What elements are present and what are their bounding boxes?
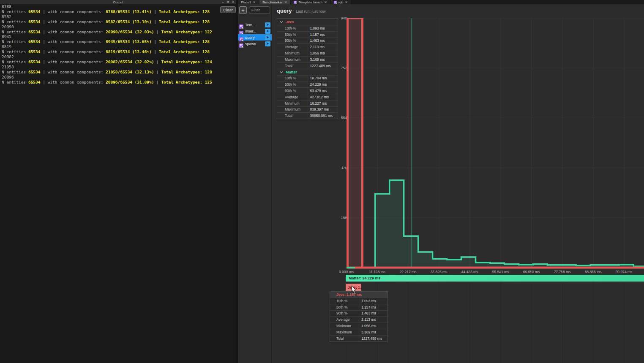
benchmark-list: Tem... inser... query spawn: [238, 22, 272, 47]
stat-row: Minimum1.056 ms: [277, 50, 338, 56]
benchmark-last-run: Last run: just now: [296, 9, 326, 14]
benchmark-item-label: query: [245, 35, 255, 40]
stat-row: 90th %1.463 ms: [330, 310, 387, 317]
close-icon[interactable]: ✕: [232, 0, 235, 4]
y-tick-label: 376: [333, 166, 347, 170]
tab-benchmarker[interactable]: Benchmarker✕: [259, 0, 290, 4]
y-tick-label: 752: [333, 66, 347, 70]
play-icon: [266, 23, 269, 26]
console-line: N entities 65534 | with common component…: [2, 70, 235, 75]
y-tick-label: 564: [333, 116, 347, 120]
script-icon: [239, 43, 243, 48]
histogram-plot[interactable]: [347, 18, 644, 363]
stat-row: 10th %1.093 ms: [277, 25, 338, 31]
add-benchmark-button[interactable]: +: [239, 6, 247, 14]
benchmark-list-panel: + Tem... inser... query spawn: [238, 4, 272, 363]
benchmark-title: query: [277, 8, 292, 14]
console-line-id: 20990: [2, 24, 235, 30]
stats-table: Jecs10th %1.093 ms50th %1.157 ms90th %1.…: [277, 18, 338, 119]
chevron-down-icon[interactable]: [280, 71, 283, 73]
script-icon: [294, 1, 297, 4]
console-line: N entities 65534 | with common component…: [2, 9, 235, 14]
stat-row: Total39950.091 ms: [277, 112, 338, 119]
y-tick-label: 188: [333, 216, 347, 220]
benchmark-item-label: inser...: [245, 29, 257, 33]
benchmark-item-query[interactable]: query: [238, 34, 272, 41]
stat-row: Total1227.489 ms: [277, 62, 338, 69]
stat-row: 90th %63.479 ms: [277, 87, 338, 94]
play-icon: [266, 36, 269, 39]
stat-row: Maximum839.397 ms: [277, 106, 338, 113]
output-panel: Output ⌄ ⧉ ✕ 8788N entities 65534 | with…: [0, 0, 236, 363]
stat-row: Average2.113 ms: [330, 316, 387, 322]
console-line: N entities 65534 | with common component…: [2, 60, 235, 65]
tab-template-bench[interactable]: Template.bench✕: [291, 0, 330, 4]
tab-bar: Place1✕Benchmarker✕ Template.bench✕ rgb✕: [238, 0, 644, 4]
benchmark-item-spawn[interactable]: spawn: [238, 41, 272, 47]
console-line-id: 8945: [2, 34, 235, 39]
console-line-id: 20982: [2, 54, 235, 60]
stat-row: Average2.113 ms: [277, 43, 338, 50]
tab-label: Place1: [241, 0, 251, 4]
benchmark-item-label: Tem...: [245, 23, 256, 27]
play-icon: [266, 42, 269, 45]
tooltip-title: Jecs: 1.157 ms: [330, 292, 387, 298]
stat-row: Maximum3.169 ms: [330, 329, 387, 335]
console-line-id: 21058: [2, 65, 235, 70]
tab-close-icon[interactable]: ✕: [284, 0, 287, 4]
run-benchmark-button[interactable]: [265, 35, 270, 40]
benchmarker-region: Place1✕Benchmarker✕ Template.bench✕ rgb✕…: [238, 0, 644, 363]
tab-close-icon[interactable]: ✕: [324, 0, 327, 4]
tab-place1[interactable]: Place1✕: [238, 0, 259, 4]
tab-label: Benchmarker: [262, 0, 283, 4]
tab-label: Template.bench: [298, 0, 322, 4]
benchmark-result-panel: query Last run: just now Jecs10th %1.093…: [272, 4, 644, 363]
console-line: N entities 65534 | with common component…: [2, 80, 235, 85]
stats-section-header-jecs[interactable]: Jecs: [277, 19, 338, 25]
stat-row: Maximum3.169 ms: [277, 56, 338, 62]
chevron-down-icon[interactable]: ⌄: [221, 0, 224, 4]
console-line: N entities 65534 | with common component…: [2, 39, 235, 44]
tab-close-icon[interactable]: ✕: [253, 0, 256, 4]
output-title: Output: [113, 0, 123, 4]
stat-row: 50th %1.157 ms: [330, 304, 387, 310]
run-benchmark-button[interactable]: [265, 41, 270, 46]
console-line-id: 8582: [2, 14, 235, 19]
y-tick-label: 940: [333, 16, 347, 20]
console-line: N entities 65534 | with common component…: [2, 49, 235, 54]
stat-row: Total1227.489 ms: [330, 335, 387, 341]
play-icon: [266, 30, 269, 33]
benchmark-item-Tem[interactable]: Tem...: [238, 22, 272, 28]
jecs-tooltip: Jecs: 1.157 ms 10th %1.093 ms50th %1.157…: [330, 291, 388, 342]
console-line-id: 8819: [2, 44, 235, 49]
stat-row: Average427.812 ms: [277, 94, 338, 100]
stats-section-header-matter[interactable]: Matter: [277, 69, 338, 75]
output-console[interactable]: 8788N entities 65534 | with common compo…: [2, 4, 235, 363]
benchmark-item-label: spawn: [245, 42, 256, 46]
stat-row: 50th %24.229 ms: [277, 81, 338, 87]
clear-button[interactable]: Clear: [220, 6, 236, 13]
tab-label: rgb: [338, 0, 344, 4]
tab-close-icon[interactable]: ✕: [345, 0, 348, 4]
chevron-down-icon[interactable]: [280, 21, 283, 23]
console-line-id: 8788: [2, 4, 235, 9]
benchmark-item-inser[interactable]: inser...: [238, 28, 272, 34]
matter-duration-bar[interactable]: Matter: 24.229 ms: [346, 275, 644, 282]
stat-row: Minimum16.227 ms: [277, 100, 338, 106]
stat-row: 10th %18.704 ms: [277, 75, 338, 81]
run-benchmark-button[interactable]: [265, 22, 270, 27]
console-line: N entities 65534 | with common component…: [2, 19, 235, 24]
stat-row: Minimum1.056 ms: [330, 322, 387, 329]
script-icon: [334, 1, 337, 4]
mouse-cursor: [351, 286, 356, 293]
console-line-id: 20896: [2, 75, 235, 80]
stat-row: 50th %1.157 ms: [277, 31, 338, 38]
filter-input[interactable]: [249, 6, 270, 14]
stat-row: 10th %1.093 ms: [330, 298, 387, 304]
popout-icon[interactable]: ⧉: [227, 0, 229, 4]
tab-rgb[interactable]: rgb✕: [331, 0, 351, 4]
output-titlebar: Output ⌄ ⧉ ✕: [0, 0, 236, 4]
stat-row: 90th %1.463 ms: [277, 38, 338, 44]
console-line: N entities 65534 | with common component…: [2, 30, 235, 35]
run-benchmark-button[interactable]: [265, 29, 270, 34]
